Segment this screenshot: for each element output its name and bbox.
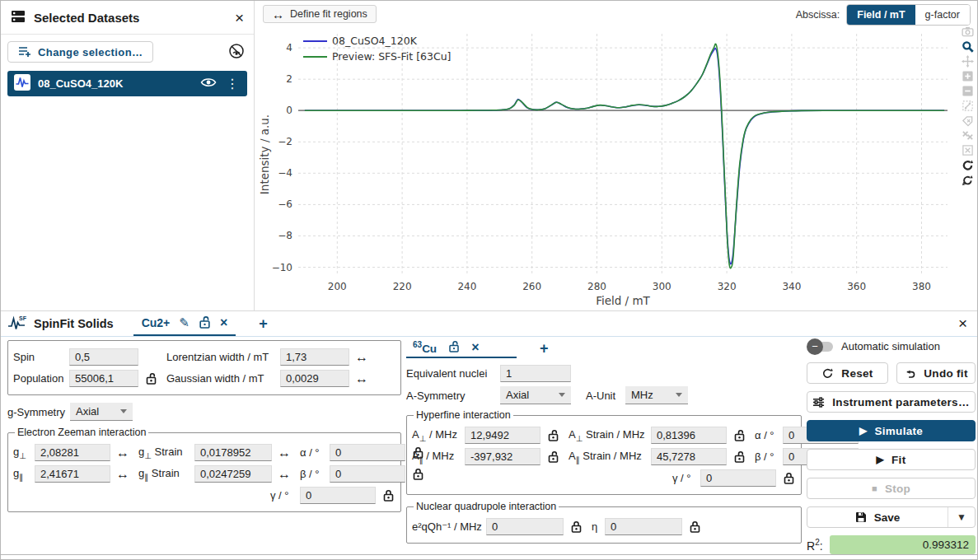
reset-view-edit-icon[interactable] — [961, 174, 975, 186]
abscissa-option-gfactor[interactable]: g-factor — [915, 5, 970, 25]
g-perp-strain-range-link-icon[interactable]: ↔ — [277, 446, 292, 460]
reset-button[interactable]: Reset — [807, 362, 888, 384]
g-perp-label: g⊥ — [13, 446, 30, 460]
a-perp-strain-unlock-icon[interactable] — [732, 429, 746, 441]
datasets-panel-header: Selected Datasets × — [1, 1, 254, 34]
a-par-strain-input[interactable]: 45,7278 — [651, 448, 727, 465]
nucleus-tab-63cu[interactable]: 63Cu × — [406, 338, 517, 358]
beta-input[interactable]: 0 — [330, 465, 405, 483]
close-tab-icon[interactable]: × — [220, 315, 227, 330]
screenshot-icon[interactable] — [961, 26, 975, 38]
population-input[interactable]: 55006,1 — [69, 370, 138, 387]
a-perp-strain-input[interactable]: 0,81396 — [651, 427, 727, 444]
quadrupole-field: e²qQh⁻¹ / MHz0 — [412, 518, 583, 535]
g-perp-field: g⊥2,08281↔ — [13, 444, 130, 461]
stop-button[interactable]: ■ Stop — [807, 478, 976, 499]
g-perp-input[interactable]: 2,08281 — [35, 444, 110, 461]
datasets-panel-close-icon[interactable]: × — [235, 10, 244, 26]
a-unit-select[interactable]: MHz — [625, 386, 688, 404]
alpha-input[interactable]: 0 — [330, 444, 405, 461]
g-symmetry-select[interactable]: Axial — [70, 403, 133, 421]
hf-gamma-input[interactable]: 0 — [700, 469, 776, 487]
reset-view-icon[interactable] — [961, 159, 975, 171]
svg-text:2: 2 — [286, 73, 292, 85]
zoom-out-icon[interactable] — [961, 85, 975, 97]
horizontal-arrows-icon: ↔ — [272, 7, 284, 21]
autoscale-icon[interactable] — [961, 100, 975, 112]
parameter-row: γ / °0 — [13, 487, 395, 504]
hf-alpha-label: α / ° — [755, 429, 778, 441]
playlist-add-icon — [18, 45, 31, 59]
add-spin-system-tab[interactable]: + — [259, 315, 268, 333]
edit-tab-pencil-icon[interactable]: ✎ — [179, 315, 190, 330]
g-par-input[interactable]: 2,41671 — [35, 465, 110, 483]
gaussian-width-input[interactable]: 0,0029 — [280, 370, 349, 387]
gamma-field: γ / °0 — [270, 487, 395, 504]
spin-system-tab-cu2[interactable]: Cu2+ ✎ × — [133, 311, 236, 336]
y-axis-title: Intensity / a.u. — [258, 114, 271, 194]
gamma-lock-icon[interactable] — [381, 489, 395, 502]
quadrupole-input[interactable]: 0 — [486, 518, 564, 535]
population-field: Population55006,1 — [13, 370, 158, 387]
hf-gamma-lock-icon[interactable] — [781, 472, 796, 484]
stop-icon: ■ — [872, 483, 877, 493]
g-perp-strain-input[interactable]: 0,0178952 — [194, 444, 272, 461]
simulate-button[interactable]: ▶ Simulate — [807, 420, 976, 441]
a-par-unlock-icon[interactable] — [545, 450, 560, 463]
g-par-range-link-icon[interactable]: ↔ — [115, 467, 130, 482]
save-button[interactable]: Save — [807, 507, 948, 527]
visibility-eye-icon[interactable] — [200, 77, 217, 91]
a-par-strain-field: A∥ Strain / MHz45,7278 — [569, 448, 746, 465]
svg-text:0: 0 — [286, 105, 292, 116]
svg-text:200: 200 — [328, 281, 347, 292]
fit-button[interactable]: ▶ Fit — [807, 449, 976, 470]
a-symmetry-select[interactable]: Axial — [500, 386, 571, 404]
epr-spectrum-chart[interactable]: 200220240260280300320340360380420−2−4−6−… — [255, 1, 954, 310]
spinfit-panel-close-icon[interactable]: × — [958, 315, 967, 331]
add-nucleus-tab[interactable]: + — [540, 340, 549, 357]
instrument-parameters-button[interactable]: Instrument parameters… — [807, 391, 976, 413]
hide-all-datasets-icon[interactable] — [227, 42, 246, 63]
g-par-strain-range-link-icon[interactable]: ↔ — [277, 467, 292, 482]
pan-icon[interactable] — [961, 55, 975, 68]
eta-input[interactable]: 0 — [605, 518, 682, 535]
datasets-icon — [11, 9, 26, 26]
eta-lock-icon[interactable] — [687, 520, 702, 533]
equivalent-nuclei-input[interactable]: 1 — [500, 365, 571, 382]
deselect-icon[interactable] — [961, 114, 975, 127]
spin-input[interactable]: 0,5 — [69, 348, 138, 366]
g-par-strain-input[interactable]: 0,0247259 — [194, 465, 272, 483]
clear-region-icon[interactable] — [961, 144, 975, 156]
gamma-input[interactable]: 0 — [300, 487, 376, 504]
population-unlock-icon[interactable] — [143, 372, 158, 385]
lorentzian-width-input[interactable]: 1,73 — [280, 348, 349, 366]
abscissa-option-field[interactable]: Field / mT — [847, 5, 915, 25]
close-nucleus-tab-icon[interactable]: × — [471, 340, 479, 355]
spinfit-solids-panel: SF SpinFit Solids Cu2+ ✎ × + × Spin0,5Lo… — [1, 310, 978, 560]
quadrupole-lock-icon[interactable] — [569, 520, 583, 533]
a-par-strain-unlock-icon[interactable] — [732, 450, 746, 463]
zoom-in-icon[interactable] — [961, 70, 975, 82]
gaussian-width-range-link-icon[interactable]: ↔ — [354, 371, 369, 386]
spinfit-logo-icon: SF — [7, 315, 27, 334]
a-par-input[interactable]: -397,932 — [465, 448, 540, 465]
dataset-menu-kebab-icon[interactable]: ⋮ — [224, 76, 241, 91]
box-zoom-icon[interactable] — [961, 40, 975, 53]
nucleus-unlock-icon[interactable] — [448, 340, 460, 355]
a-perp-input[interactable]: 12,9492 — [465, 427, 540, 444]
toggle-crosshair-icon[interactable] — [961, 129, 975, 142]
hyperfine-fieldset: Hyperfine interaction A⊥ / MHz12,9492A⊥ … — [406, 415, 802, 495]
undo-fit-button[interactable]: Undo fit — [896, 362, 976, 384]
define-fit-regions-button[interactable]: ↔ Define fit regions — [263, 5, 377, 23]
dataset-row[interactable]: 08_CuSO4_120K ⋮ — [7, 71, 247, 96]
lorentzian-width-range-link-icon[interactable]: ↔ — [354, 350, 369, 365]
change-selection-button[interactable]: Change selection… — [7, 41, 153, 63]
save-options-dropdown[interactable]: ▼ — [948, 507, 975, 527]
svg-text:280: 280 — [587, 281, 606, 292]
a-perp-unlock-icon[interactable] — [545, 429, 560, 441]
play-icon: ▶ — [859, 425, 868, 436]
tab-unlock-icon[interactable] — [199, 315, 211, 331]
g-perp-range-link-icon[interactable]: ↔ — [115, 446, 130, 460]
automatic-simulation-toggle[interactable]: − — [808, 342, 833, 352]
dataset-name: 08_CuSO4_120K — [38, 77, 193, 90]
